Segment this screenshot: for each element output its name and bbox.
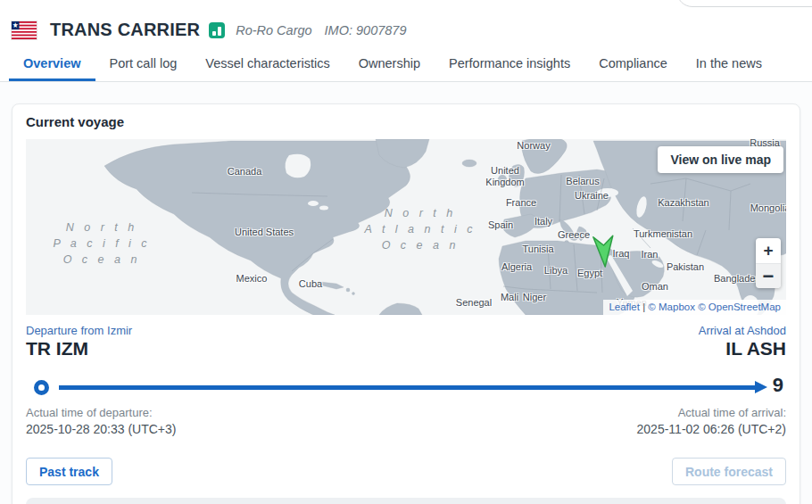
tab-vessel-characteristics[interactable]: Vessel characteristics bbox=[191, 48, 344, 81]
voyage-map[interactable]: N o r t h P a c i f i c O c e a n N o r … bbox=[26, 139, 786, 315]
attribution-separator: | bbox=[640, 302, 648, 312]
live-position-icon[interactable] bbox=[209, 22, 225, 38]
tab-compliance[interactable]: Compliance bbox=[584, 48, 682, 81]
vessel-type: Ro-Ro Cargo bbox=[236, 23, 311, 37]
arrival-time-label: Actual time of arrival: bbox=[678, 406, 786, 419]
arrow-head-icon bbox=[755, 381, 767, 393]
next-section-header-partial bbox=[26, 498, 786, 504]
zoom-out-button[interactable]: − bbox=[756, 263, 781, 288]
departure-port-link[interactable]: Departure from Izmir bbox=[26, 324, 132, 337]
departure-port-code: TR IZM bbox=[26, 338, 88, 359]
tab-performance-insights[interactable]: Performance insights bbox=[435, 48, 584, 81]
view-live-map-button[interactable]: View on live map bbox=[658, 146, 783, 173]
vessel-position-icon[interactable] bbox=[592, 234, 617, 269]
tab-overview[interactable]: Overview bbox=[9, 48, 95, 81]
arrival-port-link[interactable]: Arrival at Ashdod bbox=[699, 324, 786, 337]
search-box-partial[interactable] bbox=[676, 0, 812, 7]
tab-port-call-log[interactable]: Port call log bbox=[95, 48, 192, 81]
departure-point-icon bbox=[34, 380, 49, 395]
current-voyage-card: Current voyage bbox=[12, 103, 800, 504]
mapbox-link[interactable]: © Mapbox bbox=[648, 302, 695, 312]
destination-anchor-icon: 9 bbox=[773, 374, 783, 397]
map-zoom-control: + − bbox=[756, 238, 781, 288]
voyage-progress-bar: 9 bbox=[26, 375, 786, 400]
map-attribution: Leaflet | © Mapbox © OpenStreetMap bbox=[603, 300, 786, 315]
card-title: Current voyage bbox=[26, 114, 124, 129]
tab-ownership[interactable]: Ownership bbox=[344, 48, 435, 81]
osm-link[interactable]: © OpenStreetMap bbox=[698, 302, 781, 312]
svg-text:★: ★ bbox=[12, 21, 19, 29]
arrival-port-code: IL ASH bbox=[725, 338, 786, 359]
leaflet-link[interactable]: Leaflet bbox=[609, 302, 640, 312]
vessel-imo: IMO: 9007879 bbox=[325, 23, 407, 37]
page-header: ★ TRANS CARRIER Ro-Ro Cargo IMO: 9007879… bbox=[0, 0, 812, 82]
liberia-flag-icon: ★ bbox=[11, 21, 37, 40]
zoom-in-button[interactable]: + bbox=[756, 238, 781, 263]
departure-time-label: Actual time of departure: bbox=[26, 406, 153, 419]
departure-time-value: 2025-10-28 20:33 (UTC+3) bbox=[26, 422, 177, 436]
progress-line bbox=[59, 385, 756, 390]
vessel-identity: ★ TRANS CARRIER Ro-Ro Cargo IMO: 9007879 bbox=[11, 20, 407, 40]
past-track-button[interactable]: Past track bbox=[26, 458, 112, 485]
route-forecast-button[interactable]: Route forecast bbox=[672, 458, 786, 485]
tab-bar: Overview Port call log Vessel characteri… bbox=[9, 48, 776, 81]
vessel-name: TRANS CARRIER bbox=[50, 20, 200, 40]
tab-in-the-news[interactable]: In the news bbox=[682, 48, 776, 81]
arrival-time-value: 2025-11-02 06:26 (UTC+2) bbox=[637, 422, 786, 436]
